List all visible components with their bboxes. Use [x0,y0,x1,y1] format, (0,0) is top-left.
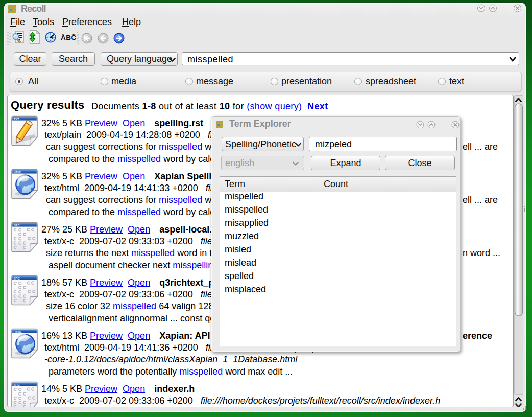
svg-text:ÅBĈ: ÅBĈ [61,34,77,41]
